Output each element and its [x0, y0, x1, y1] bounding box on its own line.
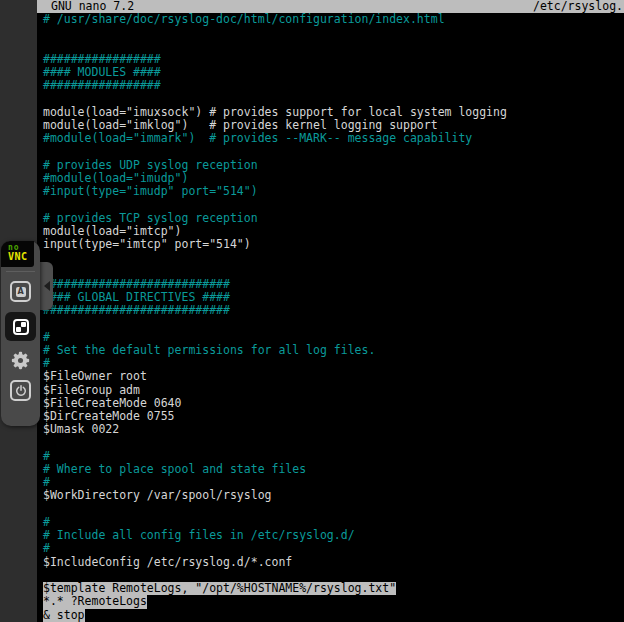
fullscreen-icon [13, 319, 29, 335]
editor-line: input(type="imtcp" port="514") [43, 238, 624, 251]
novnc-control-bar: no VNC A [1, 241, 40, 426]
keyboard-icon: A [10, 281, 31, 302]
editor-line: $Umask 0022 [43, 423, 624, 436]
editor-line [43, 503, 624, 516]
editor-line: # [43, 450, 624, 463]
editor-line: # provides TCP syslog reception [43, 212, 624, 225]
editor-line [43, 39, 624, 52]
editor-line: #module(load="immark") # provides --MARK… [43, 132, 624, 145]
editor-line: # /usr/share/doc/rsyslog-doc/html/config… [43, 13, 624, 26]
power-icon [10, 380, 31, 401]
editor-line [43, 264, 624, 277]
editor-line: #### GLOBAL DIRECTIVES #### [43, 291, 624, 304]
terminal-canvas[interactable]: GNU nano 7.2 /etc/rsyslog. # /usr/share/… [37, 0, 624, 622]
editor-line: $DirCreateMode 0755 [43, 410, 624, 423]
editor-line: $WorkDirectory /var/spool/rsyslog [43, 489, 624, 502]
editor-line: module(load="imklog") # provides kernel … [43, 119, 624, 132]
editor-line: # [43, 476, 624, 489]
editor-line: $IncludeConfig /etc/rsyslog.d/*.conf [43, 556, 624, 569]
editor-line [43, 437, 624, 450]
settings-button[interactable] [11, 351, 30, 370]
editor-line: ########################### [43, 304, 624, 317]
editor-line: module(load="imuxsock") # provides suppo… [43, 106, 624, 119]
editor-line: $FileCreateMode 0640 [43, 397, 624, 410]
editor-line: # [43, 542, 624, 555]
power-button[interactable] [10, 380, 31, 401]
editor-line [43, 198, 624, 211]
keyboard-button[interactable]: A [10, 281, 31, 302]
novnc-logo-vnc: VNC [8, 252, 34, 262]
editor-line: # Set the default permissions for all lo… [43, 344, 624, 357]
editor-line [43, 92, 624, 105]
editor-line [43, 317, 624, 330]
editor-line [43, 145, 624, 158]
editor-line: # Where to place spool and state files [43, 463, 624, 476]
editor-line: ########################### [43, 278, 624, 291]
editor-line-selected: *.* ?RemoteLogs [43, 595, 624, 608]
editor-line [43, 251, 624, 264]
editor-line: # [43, 331, 624, 344]
editor-line: # Include all config files in /etc/rsysl… [43, 529, 624, 542]
editor-line-selected: $template RemoteLogs, "/opt/%HOSTNAME%/r… [43, 582, 624, 595]
editor-line: ################# [43, 79, 624, 92]
editor-line: ################# [43, 53, 624, 66]
editor-line-selected: & stop [43, 609, 624, 622]
editor-line: $FileOwner root [43, 370, 624, 383]
screen: GNU nano 7.2 /etc/rsyslog. # /usr/share/… [0, 0, 624, 622]
editor-line [43, 569, 624, 582]
editor-line: $FileGroup adm [43, 384, 624, 397]
editor-line: # [43, 357, 624, 370]
nano-filename: /etc/rsyslog. [533, 0, 624, 13]
editor-line [43, 26, 624, 39]
editor-line: module(load="imtcp") [43, 225, 624, 238]
novnc-logo: no VNC [1, 241, 34, 267]
editor-line: #input(type="imudp" port="514") [43, 185, 624, 198]
editor-line: #module(load="imudp") [43, 172, 624, 185]
editor-line: # [43, 516, 624, 529]
editor-line: # provides UDP syslog reception [43, 159, 624, 172]
editor-line: #### MODULES #### [43, 66, 624, 79]
editor-content[interactable]: # /usr/share/doc/rsyslog-doc/html/config… [43, 13, 624, 622]
gear-icon [11, 351, 30, 370]
collapse-arrow-icon [44, 281, 50, 291]
fullscreen-button[interactable] [5, 312, 36, 341]
